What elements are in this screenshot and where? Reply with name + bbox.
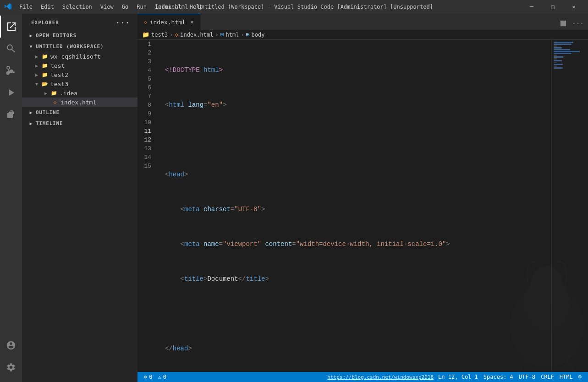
line-num-7: 7 — [137, 92, 156, 101]
timeline-header[interactable]: ▶ TIMELINE — [22, 118, 137, 129]
folder-icon: 📁 — [41, 71, 49, 78]
status-line-col[interactable]: Ln 12, Col 1 — [435, 372, 481, 382]
split-editor-button[interactable] — [557, 17, 570, 30]
breadcrumb-body-tag[interactable]: ⊞ body — [246, 31, 265, 38]
timeline-chevron: ▶ — [27, 120, 35, 127]
sidebar-more-button[interactable]: ··· — [114, 17, 132, 28]
workspace-section: ▼ UNTITLED (WORKSPACE) ▶ 📁 wx-cqshilisof… — [22, 41, 137, 107]
minimap-line — [554, 42, 573, 43]
minimap-line — [554, 55, 557, 56]
dot-folder-icon: 📁 — [50, 89, 58, 97]
status-language[interactable]: HTML — [557, 372, 576, 382]
status-encoding[interactable]: UTF-8 — [516, 372, 538, 382]
line-numbers: 1 2 3 4 5 6 7 8 9 10 11 12 13 14 15 — [137, 40, 160, 372]
code-content[interactable]: <!DOCTYPE html> <html lang="en"> <head> … — [160, 40, 551, 372]
breadcrumb-html-tag-icon: ⊞ — [220, 31, 224, 38]
maximize-button[interactable]: □ — [542, 0, 563, 14]
folder-label: .idea — [60, 90, 77, 97]
breadcrumb-html-file-icon: ◇ — [175, 31, 178, 38]
folder-icon: 📁 — [41, 53, 49, 60]
file-index-html[interactable]: ◇ index.html — [22, 98, 137, 107]
menu-edit[interactable]: Edit — [37, 3, 58, 11]
folder-test[interactable]: ▶ 📁 test — [22, 61, 137, 70]
status-line-ending[interactable]: CRLF — [538, 372, 557, 382]
workspace-label: UNTITLED (WORKSPACE) — [36, 44, 104, 49]
code-line-5: <meta charset="UTF-8"> — [165, 205, 551, 214]
source-control-activity-icon[interactable] — [0, 60, 22, 82]
line-num-13: 13 — [137, 144, 156, 153]
account-activity-icon[interactable] — [0, 334, 22, 356]
menu-file[interactable]: File — [16, 3, 36, 11]
more-actions-button[interactable]: ··· — [572, 17, 584, 30]
folder-test3[interactable]: ▼ 📂 test3 — [22, 79, 137, 88]
minimap-line — [554, 47, 562, 49]
window-controls: ─ □ ✕ — [521, 0, 584, 14]
menu-selection[interactable]: Selection — [59, 3, 96, 11]
tab-index-html[interactable]: ◇ index.html ✕ — [137, 14, 201, 30]
breadcrumb-html-tag[interactable]: ⊞ html — [220, 31, 239, 38]
folder-chevron: ▶ — [33, 71, 40, 78]
folder-chevron: ▶ — [42, 89, 49, 97]
minimap-line — [554, 58, 557, 60]
tab-close-button[interactable]: ✕ — [188, 18, 196, 26]
spaces-label: Spaces: 4 — [484, 374, 513, 380]
minimap-canvas — [552, 40, 588, 71]
status-warnings[interactable]: ⚠ 0 — [155, 372, 169, 382]
breadcrumb-sep-2: › — [215, 32, 218, 38]
status-csdn-link[interactable]: https://blog.csdn.net/windowsxp2018 — [325, 374, 435, 380]
line-col-label: Ln 12, Col 1 — [438, 374, 478, 380]
workspace-header[interactable]: ▼ UNTITLED (WORKSPACE) — [22, 41, 137, 52]
folder-open-icon: 📂 — [41, 80, 49, 87]
line-num-6: 6 — [137, 83, 156, 92]
folder-chevron: ▶ — [33, 53, 40, 60]
encoding-label: UTF-8 — [519, 374, 535, 380]
folder-chevron: ▼ — [33, 80, 40, 87]
search-activity-icon[interactable] — [0, 38, 22, 60]
explorer-activity-icon[interactable] — [0, 16, 22, 38]
minimize-button[interactable]: ─ — [521, 0, 542, 14]
minimap-line — [554, 67, 563, 69]
breadcrumb-body-label: body — [251, 32, 264, 38]
title-bar: File Edit Selection View Go Run Terminal… — [0, 0, 588, 14]
status-spaces[interactable]: Spaces: 4 — [481, 372, 516, 382]
line-ending-label: CRLF — [541, 374, 554, 380]
breadcrumb-test3[interactable]: 📁 test3 — [142, 31, 168, 38]
folder-wx-cqshilisoft[interactable]: ▶ 📁 wx-cqshilisoft — [22, 52, 137, 61]
sidebar-header: Explorer ··· — [22, 14, 137, 30]
code-editor[interactable]: 1 2 3 4 5 6 7 8 9 10 11 12 13 14 15 <!DO… — [137, 40, 588, 372]
menu-view[interactable]: View — [97, 3, 117, 11]
status-errors[interactable]: ⊗ 0 — [141, 372, 155, 382]
line-num-2: 2 — [137, 49, 156, 57]
timeline-label: TIMELINE — [36, 120, 63, 126]
open-editors-header[interactable]: ▶ OPEN EDITORS — [22, 30, 137, 41]
minimap-line — [554, 64, 563, 65]
error-count: 0 — [149, 374, 152, 380]
tab-bar: ◇ index.html ✕ ··· — [137, 14, 588, 30]
warning-count: 0 — [163, 374, 166, 380]
feedback-icon: ☺ — [578, 374, 582, 380]
breadcrumb-index-html[interactable]: ◇ index.html — [175, 31, 213, 38]
line-num-4: 4 — [137, 66, 156, 75]
menu-run[interactable]: Run — [133, 3, 150, 11]
breadcrumb-test3-label: test3 — [151, 32, 168, 38]
run-debug-activity-icon[interactable] — [0, 82, 22, 104]
tab-bar-actions: ··· — [557, 17, 588, 30]
menu-go[interactable]: Go — [118, 3, 132, 11]
open-editors-label: OPEN EDITORS — [36, 33, 77, 38]
minimap-line — [554, 49, 570, 50]
folder-label: test2 — [50, 71, 68, 78]
status-feedback[interactable]: ☺ — [576, 372, 584, 382]
line-num-11: 11 — [137, 127, 156, 136]
activity-bar — [0, 14, 22, 382]
line-num-8: 8 — [137, 101, 156, 109]
line-num-14: 14 — [137, 153, 156, 162]
close-button[interactable]: ✕ — [563, 0, 584, 14]
settings-activity-icon[interactable] — [0, 356, 22, 378]
minimap-line — [554, 53, 572, 54]
extensions-activity-icon[interactable] — [0, 104, 22, 126]
minimap-line — [554, 56, 563, 58]
folder-chevron: ▶ — [33, 62, 40, 69]
folder-test2[interactable]: ▶ 📁 test2 — [22, 70, 137, 79]
folder-idea[interactable]: ▶ 📁 .idea — [22, 88, 137, 98]
outline-header[interactable]: ▶ OUTLINE — [22, 107, 137, 118]
